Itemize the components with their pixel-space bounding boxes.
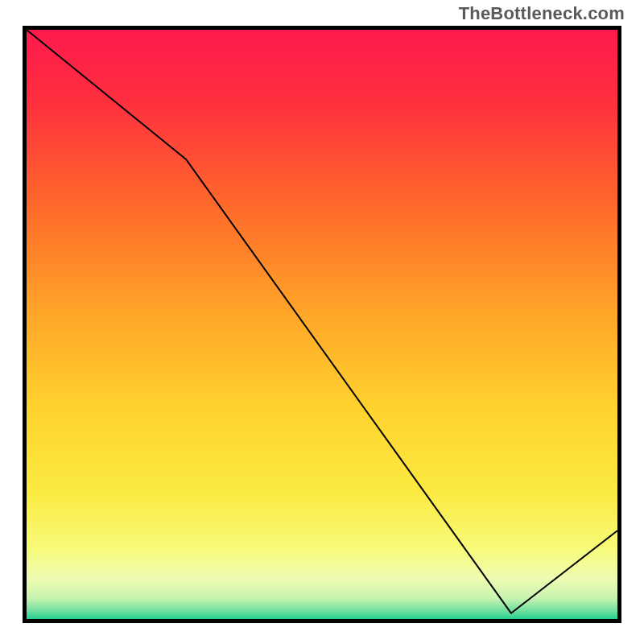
watermark-text: TheBottleneck.com [459,3,625,24]
chart-container: TheBottleneck.com [0,0,644,644]
plot-background [27,30,617,619]
chart-canvas [0,0,644,644]
